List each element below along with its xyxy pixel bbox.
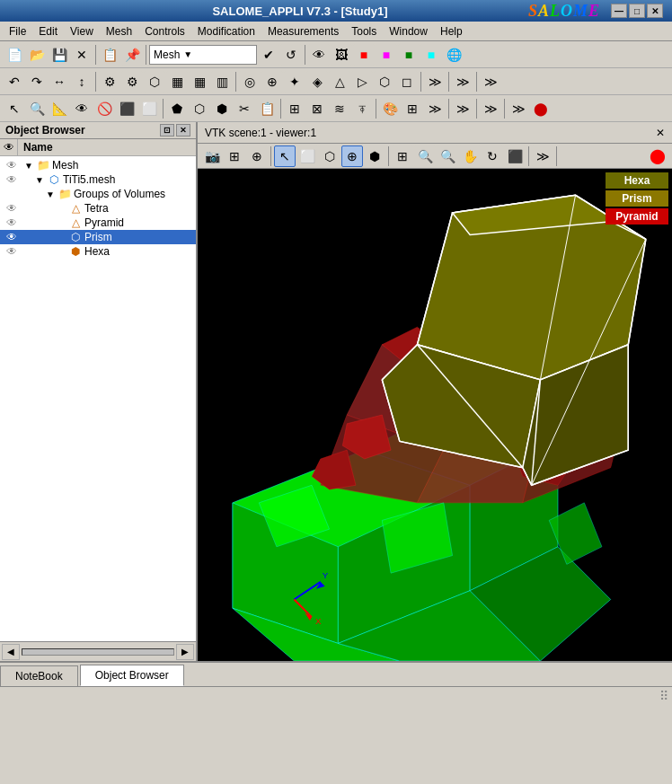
tool4-icon[interactable]: ◈	[306, 71, 328, 92]
more2-icon[interactable]: ≫	[452, 71, 473, 92]
tool8-icon[interactable]: ◻	[396, 71, 418, 92]
clipping-icon[interactable]: ⊞	[224, 145, 245, 167]
pick-icon[interactable]: ⊕	[341, 145, 363, 167]
zoom-in2-icon[interactable]: 🔍	[414, 145, 436, 167]
tab-notebook[interactable]: NoteBook	[0, 665, 78, 686]
render-icon[interactable]: 🖼	[331, 44, 352, 66]
tool3-icon[interactable]: ✦	[284, 71, 305, 92]
scroll-right-button[interactable]: ▶	[176, 644, 194, 660]
wireframe-icon[interactable]: ⬛	[116, 98, 137, 119]
rotate-right-icon[interactable]: ↷	[26, 71, 48, 92]
shade-icon[interactable]: ⬜	[138, 98, 160, 119]
globe-icon[interactable]: 🌐	[443, 44, 464, 66]
scroll-left-button[interactable]: ◀	[2, 644, 20, 660]
apply-icon[interactable]: ✔	[258, 44, 279, 66]
property-icon[interactable]: 📋	[256, 98, 278, 119]
pan-icon[interactable]: ✋	[459, 145, 481, 167]
cyan-icon[interactable]: ■	[420, 44, 442, 66]
eye-toggle-mesh[interactable]: 👁	[4, 159, 20, 172]
red-icon[interactable]: ■	[353, 44, 375, 66]
volume-icon[interactable]: ⬢	[211, 98, 233, 119]
horizontal-scrollbar[interactable]	[22, 648, 174, 656]
green-icon[interactable]: ■	[398, 44, 420, 66]
pattern-icon[interactable]: ≋	[329, 98, 350, 119]
tree-item-mesh[interactable]: 👁 ▼ 📁 Mesh	[0, 158, 196, 172]
face-icon[interactable]: ⬡	[189, 98, 210, 119]
transform-icon[interactable]: ⊞	[284, 98, 305, 119]
close-doc-icon[interactable]: ✕	[71, 44, 93, 66]
rotate-view-icon[interactable]: ↻	[482, 145, 503, 167]
poly-select-icon[interactable]: ⬡	[319, 145, 340, 167]
show-icon[interactable]: 👁	[71, 98, 93, 119]
tree-item-tetra[interactable]: 👁 △ Tetra	[0, 201, 196, 216]
menu-view[interactable]: View	[65, 23, 99, 40]
mesh-icon[interactable]: ⬡	[144, 71, 165, 92]
zoom-fit-icon[interactable]: ⊞	[392, 145, 413, 167]
copy-icon[interactable]: 📋	[99, 44, 120, 66]
refresh-icon[interactable]: ↺	[280, 44, 302, 66]
save-icon[interactable]: 💾	[49, 44, 70, 66]
record-icon[interactable]: ⬤	[647, 145, 668, 167]
config-icon[interactable]: ⚙	[121, 71, 143, 92]
zoom-in-icon[interactable]: 🔍	[26, 98, 48, 119]
menu-tools[interactable]: Tools	[346, 23, 382, 40]
more5-icon[interactable]: ≫	[480, 98, 501, 119]
more-view-icon[interactable]: ≫	[532, 145, 553, 167]
tool6-icon[interactable]: ▷	[351, 71, 373, 92]
tree-view[interactable]: 👁 ▼ 📁 Mesh 👁 ▼ ⬡ TiTi5.mesh ▼ 📁 Grou	[0, 156, 196, 641]
menu-help[interactable]: Help	[435, 23, 468, 40]
eye-toggle-hexa[interactable]: 👁	[4, 245, 20, 258]
vtk-canvas[interactable]: Y X	[198, 169, 672, 661]
menu-modification[interactable]: Modification	[192, 23, 261, 40]
color-icon[interactable]: 🎨	[379, 98, 401, 119]
expand-titi5[interactable]: ▼	[34, 175, 45, 185]
paste-icon[interactable]: 📌	[121, 44, 143, 66]
rotate-left-icon[interactable]: ↶	[4, 71, 25, 92]
menu-mesh[interactable]: Mesh	[101, 23, 137, 40]
filter2-icon[interactable]: ⬢	[364, 145, 385, 167]
tab-object-browser[interactable]: Object Browser	[80, 665, 184, 686]
zoom-box-icon[interactable]: ⬛	[504, 145, 526, 167]
eye-toggle-pyramid[interactable]: 👁	[4, 216, 20, 229]
expand-mesh[interactable]: ▼	[23, 161, 34, 171]
flip-h-icon[interactable]: ↔	[49, 71, 70, 92]
menu-measurements[interactable]: Measurements	[262, 23, 344, 40]
more1-icon[interactable]: ≫	[424, 71, 446, 92]
tree-item-prism[interactable]: 👁 ⬡ Prism	[0, 230, 196, 244]
select-icon[interactable]: ↖	[4, 98, 25, 119]
menu-file[interactable]: File	[4, 23, 31, 40]
expand-groups[interactable]: ▼	[45, 189, 56, 199]
measure-icon[interactable]: 📐	[49, 98, 70, 119]
tree-item-pyramid[interactable]: 👁 △ Pyramid	[0, 216, 196, 230]
eye-toggle-titi5[interactable]: 👁	[4, 173, 20, 186]
open-icon[interactable]: 📂	[26, 44, 48, 66]
close-button[interactable]: ✕	[647, 4, 663, 18]
mesh2-icon[interactable]: ▥	[211, 71, 233, 92]
clip-icon[interactable]: ✂	[234, 98, 255, 119]
magenta-icon[interactable]: ■	[376, 44, 397, 66]
more6-icon[interactable]: ≫	[508, 98, 529, 119]
separator-12-icon[interactable]: ≫	[424, 98, 446, 119]
dump-icon[interactable]: 📷	[201, 145, 223, 167]
edge-icon[interactable]: ⬟	[166, 98, 188, 119]
rect-select-icon[interactable]: ⬜	[296, 145, 318, 167]
more4-icon[interactable]: ≫	[452, 98, 473, 119]
minimize-button[interactable]: —	[611, 4, 627, 18]
maximize-button[interactable]: □	[629, 4, 645, 18]
hide-icon[interactable]: 🚫	[93, 98, 115, 119]
panel-controls[interactable]: ⊡ ✕	[160, 124, 190, 137]
settings-icon[interactable]: ⚙	[99, 71, 120, 92]
module-select[interactable]: Mesh ▼	[149, 45, 257, 65]
eye-toggle-tetra[interactable]: 👁	[4, 202, 20, 215]
tree-item-groups-volumes[interactable]: ▼ 📁 Groups of Volumes	[0, 187, 196, 201]
sym-icon[interactable]: ⊠	[306, 98, 328, 119]
extrude-icon[interactable]: ⍕	[351, 98, 373, 119]
menu-controls[interactable]: Controls	[139, 23, 190, 40]
tool2-icon[interactable]: ⊕	[261, 71, 283, 92]
select-mode-icon[interactable]: ↖	[274, 145, 296, 167]
viewer-close-icon[interactable]: ✕	[656, 127, 665, 139]
close-panel-button[interactable]: ✕	[176, 124, 190, 137]
axes-icon[interactable]: ⊕	[246, 145, 268, 167]
more3-icon[interactable]: ≫	[480, 71, 501, 92]
menu-edit[interactable]: Edit	[33, 23, 63, 40]
